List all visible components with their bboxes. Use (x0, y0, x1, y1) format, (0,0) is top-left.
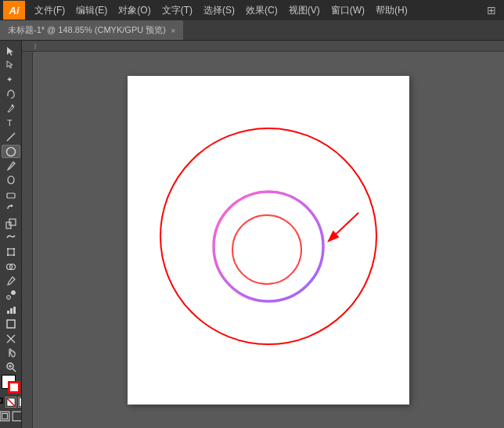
svg-point-19 (11, 291, 15, 295)
outer-circle (160, 128, 376, 344)
canvas-content (33, 52, 504, 428)
default-colors-icon[interactable] (0, 397, 4, 408)
toolbar: 椭圆工具 (L) ✦ T (0, 41, 22, 428)
none-icon[interactable] (5, 397, 16, 408)
svg-rect-14 (7, 254, 9, 256)
type-tool[interactable]: T (2, 116, 20, 129)
menu-edit[interactable]: 编辑(E) (71, 2, 112, 19)
blend-tool[interactable] (2, 289, 20, 302)
middle-circle (214, 192, 323, 301)
document-tab[interactable]: 未标题-1* @ 148.85% (CMYK/GPU 预览) × (0, 20, 183, 40)
menu-help[interactable]: 帮助(H) (371, 2, 412, 19)
menu-object[interactable]: 对象(O) (113, 2, 155, 19)
illustration-svg (128, 76, 409, 405)
color-mode-icons (0, 397, 22, 408)
screen-mode-icon[interactable] (12, 411, 23, 422)
svg-point-18 (6, 296, 10, 300)
hand-tool[interactable] (2, 346, 20, 359)
shape-builder-tool[interactable] (2, 260, 20, 273)
tab-label: 未标题-1* @ 148.85% (CMYK/GPU 预览) (8, 24, 166, 36)
svg-text:✦: ✦ (6, 75, 13, 84)
menu-effect[interactable]: 效果(C) (241, 2, 283, 19)
tabbar: 未标题-1* @ 148.85% (CMYK/GPU 预览) × (0, 20, 504, 41)
svg-rect-37 (13, 412, 22, 421)
menubar: 文件(F) 编辑(E) 对象(O) 文字(T) 选择(S) 效果(C) 视图(V… (30, 2, 482, 19)
svg-marker-8 (11, 204, 13, 207)
menu-file[interactable]: 文件(F) (30, 2, 70, 19)
color-swatches[interactable] (2, 375, 20, 394)
svg-rect-13 (13, 248, 15, 250)
ellipse-tool[interactable] (2, 145, 20, 159)
draw-mode-icon[interactable] (0, 411, 10, 422)
svg-point-3 (11, 105, 13, 107)
ruler-top: | (22, 41, 504, 52)
artboard-tool[interactable] (2, 318, 20, 331)
eraser-tool[interactable] (2, 188, 20, 201)
menu-text[interactable]: 文字(T) (157, 2, 197, 19)
paintbrush-tool[interactable] (2, 159, 20, 172)
titlebar: Ai 文件(F) 编辑(E) 对象(O) 文字(T) 选择(S) 效果(C) 视… (0, 0, 504, 20)
ruler-left (22, 52, 33, 428)
svg-rect-23 (7, 320, 15, 328)
direct-selection-tool[interactable] (2, 58, 20, 71)
pen-tool[interactable] (2, 102, 20, 115)
color-section (0, 375, 21, 425)
arrow-line (329, 213, 358, 240)
lasso-tool[interactable] (2, 87, 20, 100)
menu-select[interactable]: 选择(S) (199, 2, 239, 19)
warp-tool[interactable] (2, 231, 20, 244)
free-transform-tool[interactable] (2, 246, 20, 259)
inner-circle (232, 215, 301, 284)
bottom-tool-icons (0, 411, 22, 422)
svg-line-27 (13, 369, 16, 372)
svg-marker-1 (7, 61, 13, 68)
svg-rect-31 (0, 398, 2, 403)
svg-text:T: T (7, 118, 13, 128)
artboard (128, 76, 409, 405)
svg-marker-0 (7, 47, 13, 56)
magic-wand-tool[interactable]: ✦ (2, 73, 20, 86)
canvas-area: | (22, 41, 504, 428)
svg-line-5 (7, 133, 15, 141)
svg-rect-22 (13, 307, 16, 314)
scale-tool[interactable] (2, 217, 20, 230)
svg-point-6 (6, 147, 15, 156)
blob-brush-tool[interactable] (2, 174, 20, 187)
eyedropper-tool[interactable] (2, 274, 20, 287)
svg-rect-15 (13, 254, 15, 256)
selection-tool[interactable] (2, 44, 20, 57)
svg-rect-11 (8, 249, 14, 255)
slice-tool[interactable] (2, 332, 20, 345)
svg-rect-7 (7, 193, 15, 198)
rotate-tool[interactable] (2, 203, 20, 216)
tab-close-button[interactable]: × (171, 26, 175, 35)
zoom-tool[interactable] (2, 361, 20, 374)
main-area: 椭圆工具 (L) ✦ T (0, 41, 504, 428)
svg-rect-36 (2, 414, 7, 419)
menu-view[interactable]: 视图(V) (284, 2, 325, 19)
svg-rect-20 (7, 311, 9, 314)
svg-rect-21 (10, 308, 13, 314)
line-tool[interactable] (2, 130, 20, 143)
column-graph-tool[interactable] (2, 303, 20, 316)
app-logo: Ai (3, 1, 25, 20)
svg-rect-12 (7, 248, 9, 250)
workspace-switcher[interactable]: ⊞ (482, 4, 501, 16)
menu-window[interactable]: 窗口(W) (326, 2, 369, 19)
stroke-color[interactable] (8, 381, 20, 394)
